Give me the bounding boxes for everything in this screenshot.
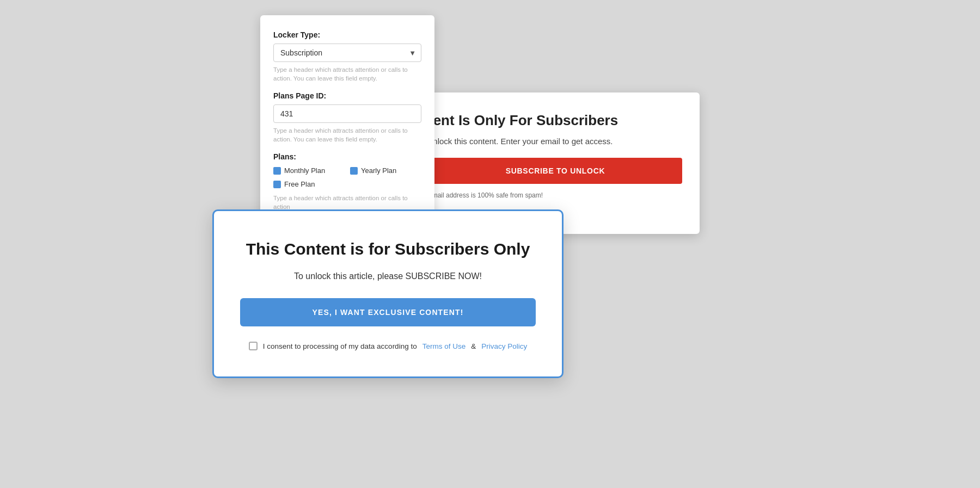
main-preview-title: This Content is for Subscribers Only [240,239,536,259]
consent-row: I consent to processing of my data accor… [240,342,536,350]
main-preview-card: This Content is for Subscribers Only To … [212,209,564,378]
plans-grid: Monthly Plan Yearly Plan [273,166,421,175]
locker-type-helper: Type a header which attracts attention o… [273,65,421,83]
yearly-plan-label: Yearly Plan [361,166,396,175]
free-plan-label: Free Plan [284,180,315,188]
yearly-plan-checkbox[interactable] [350,167,358,175]
privacy-policy-link-main[interactable]: Privacy Policy [481,342,527,350]
plans-page-id-input[interactable] [273,104,421,123]
plan-item-yearly[interactable]: Yearly Plan [350,166,421,175]
plans-page-id-label: Plans Page ID: [273,91,421,100]
monthly-plan-checkbox[interactable] [273,167,281,175]
locker-type-select-wrapper[interactable]: Subscription ▼ [273,44,421,62]
plans-label: Plans: [273,152,421,161]
settings-card: Locker Type: Subscription ▼ Type a heade… [260,15,434,233]
main-preview-subtitle: To unlock this article, please SUBSCRIBE… [240,270,536,283]
plan-item-free[interactable]: Free Plan [273,180,421,188]
preview-back-subtitle: unlock this content. Enter your email to… [428,137,682,146]
subscribe-to-unlock-button[interactable]: SUBSCRIBE TO UNLOCK [428,158,682,184]
free-plan-checkbox[interactable] [273,181,281,188]
terms-of-use-link-main[interactable]: Terms of Use [422,342,466,350]
monthly-plan-label: Monthly Plan [284,166,325,175]
consent-text: I consent to processing of my data accor… [263,342,417,350]
plans-helper: Type a header which attracts attention o… [273,194,421,211]
spam-note: email address is 100% safe from spam! [428,192,682,199]
plan-item-monthly[interactable]: Monthly Plan [273,166,345,175]
yes-exclusive-content-button[interactable]: YES, I WANT EXCLUSIVE CONTENT! [240,298,536,326]
consent-checkbox[interactable] [249,342,258,350]
plans-page-id-helper: Type a header which attracts attention o… [273,126,421,144]
preview-back-title: tent Is Only For Subscribers [428,112,682,129]
ampersand-main: & [471,342,476,350]
locker-type-select[interactable]: Subscription [273,44,421,62]
locker-type-label: Locker Type: [273,30,421,39]
